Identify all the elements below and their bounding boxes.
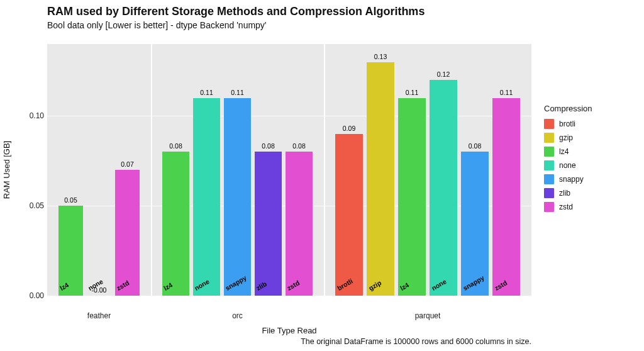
y-tick-label: 0.10 bbox=[16, 111, 44, 120]
legend-item-lz4: lz4 bbox=[544, 145, 592, 159]
bar-parquet-zstd bbox=[492, 98, 520, 296]
legend-label: zstd bbox=[559, 203, 573, 211]
facet-label-feather: feather bbox=[47, 311, 151, 320]
facet-label-orc: orc bbox=[151, 311, 324, 320]
bar-value-label: 0.11 bbox=[396, 89, 428, 96]
y-tick-label: 0.00 bbox=[16, 291, 44, 300]
bar-parquet-gzip bbox=[367, 62, 394, 296]
bar-value-label: 0.09 bbox=[333, 125, 365, 132]
bar-parquet-snappy bbox=[461, 152, 489, 296]
legend: Compression brotligziplz4nonesnappyzlibz… bbox=[544, 104, 592, 214]
grid-line bbox=[47, 296, 531, 296]
bar-value-label: 0.11 bbox=[191, 89, 223, 96]
bar-value-label: 0.05 bbox=[55, 196, 87, 204]
bar-value-label: 0.12 bbox=[428, 70, 459, 78]
bar-parquet-brotli bbox=[335, 134, 363, 296]
legend-item-none: none bbox=[544, 159, 592, 172]
legend-item-brotli: brotli bbox=[544, 117, 592, 131]
legend-label: lz4 bbox=[559, 147, 569, 156]
legend-item-gzip: gzip bbox=[544, 131, 592, 145]
facet-label-parquet: parquet bbox=[324, 311, 531, 320]
bar-value-label: 0.11 bbox=[491, 89, 522, 96]
legend-swatch bbox=[544, 202, 554, 212]
legend-label: gzip bbox=[559, 133, 573, 142]
legend-swatch bbox=[544, 160, 554, 170]
y-axis-label: RAM Used [GB] bbox=[2, 141, 11, 199]
legend-item-snappy: snappy bbox=[544, 172, 592, 186]
legend-swatch bbox=[544, 174, 554, 184]
bar-parquet-lz4 bbox=[398, 98, 426, 296]
chart-title: RAM used by Different Storage Methods an… bbox=[47, 5, 425, 18]
chart-subtitle: Bool data only [Lower is better] - dtype… bbox=[47, 20, 267, 30]
bar-orc-snappy bbox=[224, 98, 251, 296]
bar-value-label: 0.07 bbox=[112, 160, 143, 168]
legend-swatch bbox=[544, 188, 554, 198]
bar-value-label: 0.11 bbox=[222, 89, 253, 96]
legend-label: zlib bbox=[559, 189, 570, 198]
legend-item-zlib: zlib bbox=[544, 186, 592, 200]
x-axis-label: File Type Read bbox=[47, 326, 531, 335]
legend-swatch bbox=[544, 133, 554, 143]
legend-title: Compression bbox=[544, 104, 592, 113]
bar-feather-lz4 bbox=[58, 206, 83, 296]
bar-value-label: 0.08 bbox=[160, 142, 192, 150]
bar-value-label: 0.13 bbox=[365, 53, 396, 60]
bar-orc-lz4 bbox=[162, 152, 189, 296]
bar-parquet-none bbox=[430, 80, 457, 296]
facet-separator bbox=[324, 44, 325, 296]
facet-separator bbox=[151, 44, 152, 296]
legend-label: brotli bbox=[559, 120, 575, 128]
bar-value-label: 0.08 bbox=[253, 142, 284, 150]
grid-line bbox=[47, 116, 531, 116]
legend-swatch bbox=[544, 119, 554, 129]
bar-orc-none bbox=[193, 98, 220, 296]
bar-value-label: 0.08 bbox=[459, 142, 491, 150]
bar-feather-zstd bbox=[115, 170, 140, 296]
legend-label: none bbox=[559, 161, 576, 170]
plot-area: 0.05lz4-0.00none0.07zstd0.08lz40.11none0… bbox=[47, 44, 531, 296]
legend-swatch bbox=[544, 147, 554, 157]
y-tick-label: 0.05 bbox=[16, 201, 44, 210]
legend-label: snappy bbox=[559, 175, 584, 184]
legend-item-zstd: zstd bbox=[544, 200, 592, 214]
bar-value-label: 0.08 bbox=[284, 142, 315, 150]
bar-orc-zlib bbox=[255, 152, 282, 296]
chart-container: RAM used by Different Storage Methods an… bbox=[0, 0, 644, 351]
chart-footnote: The original DataFrame is 100000 rows an… bbox=[47, 337, 531, 346]
bar-orc-zstd bbox=[286, 152, 313, 296]
